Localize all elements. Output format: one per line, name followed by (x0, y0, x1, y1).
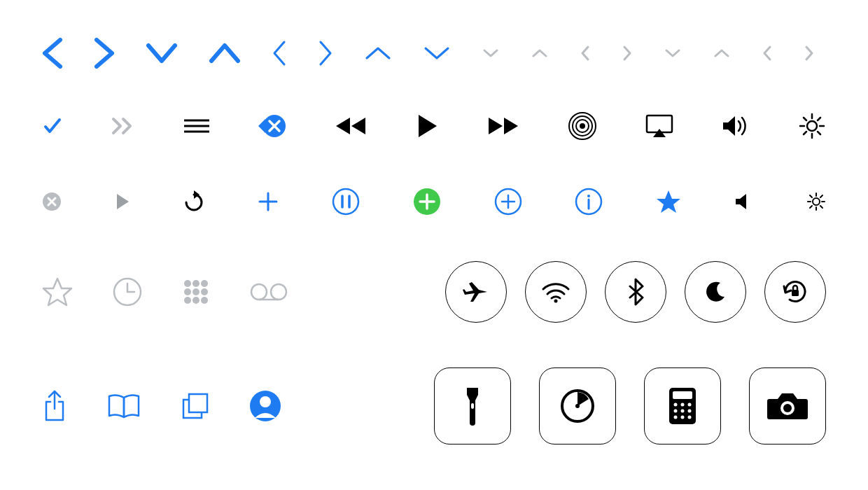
camera-button[interactable] (749, 368, 826, 444)
chevron-left-gray2-icon (762, 44, 773, 62)
svg-line-39 (820, 206, 822, 208)
svg-point-74 (674, 416, 678, 419)
svg-point-70 (688, 403, 692, 407)
chevron-up-gray-icon (531, 48, 549, 59)
calculator-button[interactable] (644, 368, 721, 444)
bluetooth-toggle[interactable] (605, 261, 666, 323)
svg-point-65 (575, 404, 580, 408)
double-chevron-right-icon (111, 116, 136, 136)
svg-point-73 (688, 410, 692, 413)
profile-avatar-icon[interactable] (249, 390, 281, 422)
svg-line-38 (810, 195, 812, 197)
svg-point-46 (192, 280, 200, 287)
brightness-small-icon[interactable] (806, 192, 826, 211)
chevron-right-gray2-icon (804, 44, 815, 62)
volume-mute-icon[interactable] (734, 192, 753, 211)
svg-point-71 (674, 410, 678, 413)
svg-point-62 (260, 396, 271, 407)
plus-icon[interactable] (257, 190, 279, 213)
svg-point-48 (184, 288, 191, 295)
chevron-up-icon (209, 43, 241, 64)
chevron-right-icon (94, 37, 115, 69)
rewind-icon[interactable] (333, 115, 368, 137)
svg-point-75 (681, 416, 685, 419)
svg-line-14 (804, 118, 806, 120)
share-icon[interactable] (42, 389, 67, 423)
add-outline-circle-icon[interactable] (494, 188, 522, 216)
svg-point-50 (201, 288, 208, 295)
close-gray-badge-icon[interactable] (42, 192, 62, 211)
chevron-down-gray-icon (482, 48, 500, 59)
pause-circle-icon[interactable] (332, 188, 360, 216)
svg-rect-67 (673, 391, 692, 399)
star-outline-icon[interactable] (42, 277, 73, 307)
svg-point-68 (674, 403, 678, 407)
svg-point-4 (580, 123, 585, 129)
clock-icon[interactable] (112, 276, 143, 307)
svg-line-41 (810, 206, 812, 208)
svg-point-9 (807, 121, 817, 131)
svg-line-17 (804, 132, 806, 134)
rotation-lock-toggle[interactable] (764, 261, 826, 323)
chevron-left-gray-icon (580, 44, 591, 62)
chevron-down-gray2-icon (664, 48, 682, 59)
play-small-icon[interactable] (115, 192, 130, 211)
svg-point-72 (681, 410, 685, 413)
svg-point-31 (587, 195, 590, 197)
svg-point-78 (783, 404, 792, 412)
flashlight-button[interactable] (434, 368, 511, 444)
svg-point-76 (688, 416, 692, 419)
svg-point-49 (192, 288, 200, 295)
svg-line-15 (818, 132, 820, 134)
book-icon[interactable] (106, 392, 141, 420)
svg-rect-63 (471, 403, 474, 409)
airplane-mode-toggle[interactable] (445, 261, 507, 323)
checkmark-icon (42, 115, 63, 136)
svg-point-21 (333, 189, 358, 214)
info-circle-icon[interactable] (575, 188, 603, 216)
do-not-disturb-toggle[interactable] (685, 261, 746, 323)
play-icon[interactable] (416, 113, 438, 139)
fast-forward-icon[interactable] (486, 115, 521, 137)
add-fill-circle-icon[interactable] (413, 188, 441, 216)
hamburger-menu-icon[interactable] (183, 118, 211, 134)
keypad-icon[interactable] (182, 278, 210, 306)
svg-line-16 (818, 118, 820, 120)
chevron-up-thin-icon (364, 46, 392, 61)
svg-point-55 (271, 284, 286, 300)
reload-icon[interactable] (183, 190, 204, 213)
svg-point-51 (184, 297, 191, 304)
volume-high-icon[interactable] (721, 114, 750, 138)
svg-rect-60 (189, 394, 207, 412)
wifi-toggle[interactable] (525, 261, 587, 323)
svg-point-54 (251, 284, 267, 300)
chevron-right-thin-icon (318, 39, 333, 67)
brightness-icon[interactable] (798, 112, 826, 140)
close-badge-icon[interactable] (258, 114, 286, 138)
chevron-down-thin-icon (423, 46, 451, 61)
chevron-left-icon (42, 37, 63, 69)
airdrop-icon[interactable] (568, 111, 597, 141)
airplay-icon[interactable] (645, 113, 674, 139)
svg-rect-58 (792, 290, 799, 296)
chevron-left-thin-icon (272, 39, 287, 67)
chevron-up-gray2-icon (713, 48, 731, 59)
svg-point-53 (201, 297, 208, 304)
chevron-right-gray-icon (622, 44, 633, 62)
voicemail-icon[interactable] (249, 282, 288, 302)
svg-point-69 (681, 403, 685, 407)
svg-point-47 (201, 280, 208, 287)
svg-point-52 (192, 297, 200, 304)
chevron-down-icon (146, 43, 178, 64)
svg-point-33 (813, 198, 820, 205)
svg-point-45 (184, 280, 191, 287)
svg-line-40 (820, 195, 822, 197)
star-fill-icon[interactable] (656, 190, 681, 214)
timer-button[interactable] (539, 368, 616, 444)
pages-icon[interactable] (181, 391, 210, 421)
svg-point-57 (554, 300, 558, 303)
